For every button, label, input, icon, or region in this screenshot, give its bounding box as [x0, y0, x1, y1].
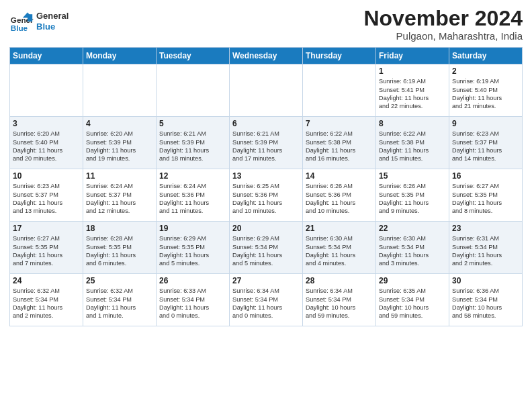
day-info: Sunrise: 6:22 AM Sunset: 5:38 PM Dayligh…	[306, 130, 373, 163]
day-number: 16	[452, 171, 519, 181]
day-info: Sunrise: 6:26 AM Sunset: 5:36 PM Dayligh…	[306, 182, 373, 216]
calendar-week-row: 17Sunrise: 6:27 AM Sunset: 5:35 PM Dayli…	[10, 222, 523, 274]
calendar-week-row: 3Sunrise: 6:20 AM Sunset: 5:40 PM Daylig…	[10, 117, 523, 169]
table-row: 1Sunrise: 6:19 AM Sunset: 5:41 PM Daylig…	[376, 64, 449, 117]
table-row: 22Sunrise: 6:30 AM Sunset: 5:34 PM Dayli…	[376, 222, 449, 274]
table-row: 28Sunrise: 6:34 AM Sunset: 5:34 PM Dayli…	[303, 274, 376, 326]
day-number: 28	[306, 276, 373, 285]
day-number: 24	[13, 276, 80, 285]
table-row: 26Sunrise: 6:33 AM Sunset: 5:34 PM Dayli…	[157, 274, 230, 326]
day-number: 7	[306, 119, 373, 128]
day-number: 6	[232, 119, 300, 128]
table-row: 17Sunrise: 6:27 AM Sunset: 5:35 PM Dayli…	[10, 222, 83, 274]
table-row: 6Sunrise: 6:21 AM Sunset: 5:39 PM Daylig…	[230, 117, 303, 169]
header-wednesday: Wednesday	[230, 48, 303, 64]
table-row: 7Sunrise: 6:22 AM Sunset: 5:38 PM Daylig…	[303, 117, 376, 169]
table-row: 10Sunrise: 6:23 AM Sunset: 5:37 PM Dayli…	[10, 169, 83, 222]
day-info: Sunrise: 6:21 AM Sunset: 5:39 PM Dayligh…	[232, 130, 300, 163]
day-number: 19	[159, 224, 226, 233]
day-info: Sunrise: 6:34 AM Sunset: 5:34 PM Dayligh…	[232, 287, 300, 320]
calendar-week-row: 24Sunrise: 6:32 AM Sunset: 5:34 PM Dayli…	[10, 274, 523, 326]
day-info: Sunrise: 6:32 AM Sunset: 5:34 PM Dayligh…	[86, 287, 153, 320]
day-number: 5	[159, 119, 226, 128]
header-tuesday: Tuesday	[157, 48, 230, 64]
table-row: 19Sunrise: 6:29 AM Sunset: 5:35 PM Dayli…	[157, 222, 230, 274]
day-info: Sunrise: 6:33 AM Sunset: 5:34 PM Dayligh…	[159, 287, 226, 320]
day-number: 8	[379, 119, 446, 128]
day-info: Sunrise: 6:23 AM Sunset: 5:37 PM Dayligh…	[13, 182, 80, 216]
table-row: 5Sunrise: 6:21 AM Sunset: 5:39 PM Daylig…	[157, 117, 230, 169]
table-row	[10, 64, 83, 117]
day-info: Sunrise: 6:27 AM Sunset: 5:35 PM Dayligh…	[13, 234, 80, 268]
table-row: 18Sunrise: 6:28 AM Sunset: 5:35 PM Dayli…	[83, 222, 157, 274]
table-row: 15Sunrise: 6:26 AM Sunset: 5:35 PM Dayli…	[376, 169, 449, 222]
table-row: 9Sunrise: 6:23 AM Sunset: 5:37 PM Daylig…	[449, 117, 523, 169]
day-info: Sunrise: 6:20 AM Sunset: 5:39 PM Dayligh…	[86, 130, 153, 163]
day-info: Sunrise: 6:23 AM Sunset: 5:37 PM Dayligh…	[452, 130, 519, 163]
day-info: Sunrise: 6:25 AM Sunset: 5:36 PM Dayligh…	[232, 182, 300, 216]
day-info: Sunrise: 6:20 AM Sunset: 5:40 PM Dayligh…	[13, 130, 80, 163]
day-number: 23	[452, 224, 519, 233]
header-saturday: Saturday	[449, 48, 523, 64]
table-row: 11Sunrise: 6:24 AM Sunset: 5:37 PM Dayli…	[83, 169, 157, 222]
table-row: 30Sunrise: 6:36 AM Sunset: 5:34 PM Dayli…	[449, 274, 523, 326]
header-monday: Monday	[83, 48, 157, 64]
day-info: Sunrise: 6:30 AM Sunset: 5:34 PM Dayligh…	[306, 234, 373, 268]
header-sunday: Sunday	[10, 48, 83, 64]
table-row: 13Sunrise: 6:25 AM Sunset: 5:36 PM Dayli…	[230, 169, 303, 222]
month-title: November 2024	[363, 7, 523, 30]
day-info: Sunrise: 6:28 AM Sunset: 5:35 PM Dayligh…	[86, 234, 153, 268]
day-number: 18	[86, 224, 153, 233]
table-row: 20Sunrise: 6:29 AM Sunset: 5:34 PM Dayli…	[230, 222, 303, 274]
table-row: 2Sunrise: 6:19 AM Sunset: 5:40 PM Daylig…	[449, 64, 523, 117]
day-info: Sunrise: 6:19 AM Sunset: 5:41 PM Dayligh…	[379, 77, 446, 111]
day-info: Sunrise: 6:24 AM Sunset: 5:37 PM Dayligh…	[86, 182, 153, 216]
table-row	[83, 64, 157, 117]
day-info: Sunrise: 6:36 AM Sunset: 5:34 PM Dayligh…	[452, 287, 519, 320]
day-info: Sunrise: 6:35 AM Sunset: 5:34 PM Dayligh…	[379, 287, 446, 320]
day-info: Sunrise: 6:30 AM Sunset: 5:34 PM Dayligh…	[379, 234, 446, 268]
day-info: Sunrise: 6:27 AM Sunset: 5:35 PM Dayligh…	[452, 182, 519, 216]
title-block: November 2024 Pulgaon, Maharashtra, Indi…	[363, 7, 523, 42]
day-info: Sunrise: 6:34 AM Sunset: 5:34 PM Dayligh…	[306, 287, 373, 320]
calendar-week-row: 1Sunrise: 6:19 AM Sunset: 5:41 PM Daylig…	[10, 64, 523, 117]
day-number: 17	[13, 224, 80, 233]
table-row: 16Sunrise: 6:27 AM Sunset: 5:35 PM Dayli…	[449, 169, 523, 222]
day-number: 29	[379, 276, 446, 285]
table-row: 3Sunrise: 6:20 AM Sunset: 5:40 PM Daylig…	[10, 117, 83, 169]
day-number: 14	[306, 171, 373, 181]
day-number: 10	[13, 171, 80, 181]
page: General Blue General Blue November 2024 …	[0, 0, 532, 411]
location: Pulgaon, Maharashtra, India	[363, 30, 523, 42]
table-row: 21Sunrise: 6:30 AM Sunset: 5:34 PM Dayli…	[303, 222, 376, 274]
day-number: 2	[452, 66, 519, 76]
day-info: Sunrise: 6:31 AM Sunset: 5:34 PM Dayligh…	[452, 234, 519, 268]
day-number: 9	[452, 119, 519, 128]
day-info: Sunrise: 6:29 AM Sunset: 5:35 PM Dayligh…	[159, 234, 226, 268]
day-info: Sunrise: 6:19 AM Sunset: 5:40 PM Dayligh…	[452, 77, 519, 111]
day-info: Sunrise: 6:21 AM Sunset: 5:39 PM Dayligh…	[159, 130, 226, 163]
day-info: Sunrise: 6:29 AM Sunset: 5:34 PM Dayligh…	[232, 234, 300, 268]
table-row: 8Sunrise: 6:22 AM Sunset: 5:38 PM Daylig…	[376, 117, 449, 169]
day-number: 22	[379, 224, 446, 233]
header-friday: Friday	[376, 48, 449, 64]
logo-blue: Blue	[36, 21, 69, 32]
table-row: 12Sunrise: 6:24 AM Sunset: 5:36 PM Dayli…	[157, 169, 230, 222]
day-number: 25	[86, 276, 153, 285]
day-info: Sunrise: 6:32 AM Sunset: 5:34 PM Dayligh…	[13, 287, 80, 320]
calendar-table: Sunday Monday Tuesday Wednesday Thursday…	[9, 47, 523, 326]
day-number: 11	[86, 171, 153, 181]
table-row: 4Sunrise: 6:20 AM Sunset: 5:39 PM Daylig…	[83, 117, 157, 169]
table-row: 23Sunrise: 6:31 AM Sunset: 5:34 PM Dayli…	[449, 222, 523, 274]
day-info: Sunrise: 6:22 AM Sunset: 5:38 PM Dayligh…	[379, 130, 446, 163]
calendar-week-row: 10Sunrise: 6:23 AM Sunset: 5:37 PM Dayli…	[10, 169, 523, 222]
day-number: 27	[232, 276, 300, 285]
day-number: 30	[452, 276, 519, 285]
day-number: 4	[86, 119, 153, 128]
table-row: 24Sunrise: 6:32 AM Sunset: 5:34 PM Dayli…	[10, 274, 83, 326]
day-number: 1	[379, 66, 446, 76]
day-info: Sunrise: 6:24 AM Sunset: 5:36 PM Dayligh…	[159, 182, 226, 216]
day-info: Sunrise: 6:26 AM Sunset: 5:35 PM Dayligh…	[379, 182, 446, 216]
table-row: 14Sunrise: 6:26 AM Sunset: 5:36 PM Dayli…	[303, 169, 376, 222]
logo: General Blue General Blue	[9, 9, 69, 34]
